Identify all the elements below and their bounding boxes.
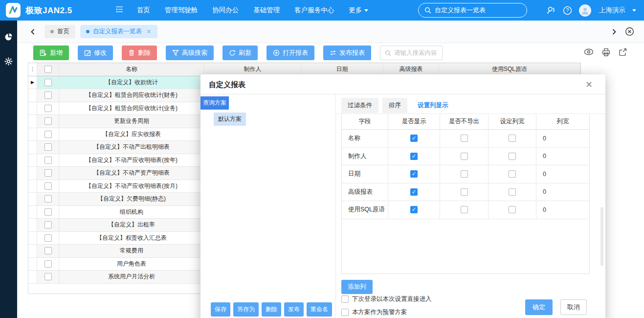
search-icon [424, 7, 431, 14]
tabs-scroll-left-icon[interactable] [30, 28, 36, 35]
row-checkbox[interactable] [44, 143, 52, 151]
tab-close-icon[interactable]: ✕ [146, 28, 152, 35]
set-width-checkbox[interactable] [509, 170, 516, 178]
grid-width-value[interactable]: 0 [536, 148, 589, 166]
plan-button-另存为[interactable]: 另存为 [233, 302, 259, 317]
nav-item-3[interactable]: 基础管理 [253, 6, 280, 15]
row-menu-icon[interactable]: ⋮ [28, 63, 37, 76]
row-checkbox[interactable] [44, 195, 52, 203]
user-name[interactable]: 上海演示 [599, 6, 625, 15]
tree-node-query-plan[interactable]: 查询方案 [200, 96, 229, 110]
no-export-checkbox[interactable] [461, 170, 468, 178]
plan-button-重命名[interactable]: 重命名 [307, 302, 332, 317]
tab-自定义报表一览表[interactable]: 自定义报表一览表✕ [80, 25, 157, 38]
toolbar-button-打开报表[interactable]: 打开报表 [266, 45, 314, 60]
help-icon[interactable]: ? [563, 6, 572, 15]
no-export-checkbox[interactable] [461, 135, 468, 142]
export-icon[interactable] [619, 48, 627, 58]
table-search-box[interactable] [380, 45, 443, 60]
user-menu-caret-icon[interactable] [632, 9, 636, 12]
set-width-checkbox[interactable] [509, 206, 516, 213]
settings-tab-过滤条件[interactable]: 过滤条件 [341, 98, 378, 113]
grid-width-value[interactable]: 0 [536, 130, 589, 148]
tabs-scroll-right-icon[interactable] [611, 28, 617, 35]
toolbar-button-发布报表[interactable]: 发布报表 [323, 45, 371, 60]
nav-item-more[interactable]: 更多 [349, 6, 368, 15]
grid-width-value[interactable]: 0 [536, 183, 589, 202]
row-checkbox[interactable] [44, 157, 52, 164]
row-checkbox[interactable] [44, 273, 52, 280]
dialog-close-icon[interactable]: ✕ [585, 79, 593, 90]
row-checkbox[interactable] [44, 182, 52, 190]
settings-tab-设置列显示[interactable]: 设置列显示 [411, 98, 455, 113]
tab-label: 首页 [57, 27, 69, 36]
row-checkbox[interactable] [44, 247, 52, 254]
row-checkbox[interactable] [44, 260, 52, 268]
nav-item-0[interactable]: 首页 [137, 6, 150, 15]
checkbox[interactable] [341, 309, 349, 316]
toolbar-button-修改[interactable]: 修改 [78, 45, 113, 60]
toolbar-button-删除[interactable]: 删除 [122, 45, 157, 60]
no-export-checkbox[interactable] [461, 153, 468, 160]
add-column-button[interactable]: 添加列 [341, 280, 373, 294]
display-checkbox[interactable] [410, 135, 418, 142]
select-all-checkbox[interactable] [44, 66, 52, 73]
checkbox[interactable] [341, 295, 349, 303]
row-checkbox[interactable] [44, 131, 52, 138]
grid-field-name: 高级报表 [342, 183, 388, 202]
row-select-cell [37, 167, 59, 180]
column-header-名称[interactable]: 名称 [59, 63, 204, 76]
global-search[interactable]: 自定义报表一览表 [418, 3, 527, 18]
option-warning-plan[interactable]: 本方案作为预警方案 [341, 308, 407, 317]
display-checkbox[interactable] [410, 153, 418, 160]
display-checkbox[interactable] [410, 206, 418, 213]
row-indicator-cell [28, 258, 37, 271]
tab-首页[interactable]: 首页 [44, 25, 75, 38]
dialog-scrollbar[interactable] [600, 207, 603, 266]
set-width-checkbox[interactable] [509, 188, 516, 196]
row-checkbox[interactable] [44, 169, 52, 177]
settings-tab-排序[interactable]: 排序 [382, 98, 407, 113]
confirm-button[interactable]: 确定 [525, 299, 553, 315]
toolbar-button-高级搜索[interactable]: 高级搜索 [166, 45, 214, 60]
nav-item-4[interactable]: 客户服务中心 [294, 6, 334, 15]
grid-field-name: 使用SQL原语 [342, 201, 388, 219]
table-search-input[interactable] [394, 49, 441, 56]
toolbar-button-刷新[interactable]: 刷新 [222, 45, 258, 60]
print-icon[interactable] [602, 48, 610, 58]
row-checkbox[interactable] [44, 208, 52, 216]
row-checkbox[interactable] [44, 91, 52, 99]
app-logo[interactable] [6, 3, 21, 18]
plan-button-删除[interactable]: 删除 [262, 302, 281, 317]
no-export-checkbox[interactable] [461, 206, 468, 213]
option-enter-directly[interactable]: 下次登录以本次设置直接进入 [341, 295, 432, 303]
user-avatar[interactable] [579, 4, 591, 17]
toolbar-button-新增[interactable]: 新增 [33, 45, 69, 60]
row-checkbox[interactable] [44, 79, 52, 86]
gear-icon[interactable] [0, 53, 17, 69]
preview-icon[interactable] [584, 48, 594, 58]
close-all-tabs-icon[interactable] [625, 27, 634, 36]
menu-collapse-icon[interactable] [115, 6, 123, 15]
set-width-checkbox[interactable] [509, 153, 516, 160]
no-export-checkbox[interactable] [461, 188, 468, 196]
tree-node-default-plan[interactable]: 默认方案 [214, 113, 246, 126]
announcement-icon[interactable] [547, 6, 556, 15]
grid-width-value[interactable]: 0 [536, 165, 589, 183]
row-checkbox[interactable] [44, 221, 52, 228]
plan-button-发布[interactable]: 发布 [284, 302, 304, 317]
row-checkbox[interactable] [44, 234, 52, 242]
display-checkbox[interactable] [410, 170, 418, 178]
row-checkbox[interactable] [44, 117, 52, 125]
set-width-checkbox[interactable] [509, 135, 516, 142]
pie-chart-icon[interactable] [0, 28, 17, 45]
row-checkbox[interactable] [44, 105, 52, 112]
grid-width-value[interactable]: 0 [536, 201, 589, 219]
nav-item-2[interactable]: 协同办公 [212, 6, 239, 15]
nav-item-1[interactable]: 管理驾驶舱 [165, 6, 198, 15]
plan-button-保存[interactable]: 保存 [211, 302, 230, 317]
cancel-button[interactable]: 取消 [560, 299, 587, 315]
display-checkbox[interactable] [410, 188, 418, 196]
no-export-cell [440, 148, 489, 166]
current-row-arrow-icon: ▶ [31, 80, 34, 85]
